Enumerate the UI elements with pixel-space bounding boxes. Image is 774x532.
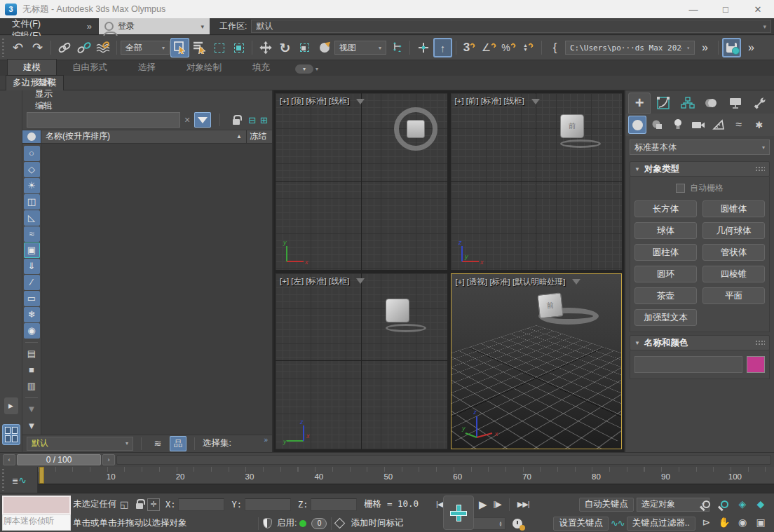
- select-and-link-icon[interactable]: [55, 38, 74, 57]
- add-key-button[interactable]: [443, 496, 474, 530]
- z-coordinate-field[interactable]: [311, 498, 357, 511]
- primitive-button[interactable]: 圆柱体: [634, 244, 697, 261]
- minimize-button[interactable]: —: [677, 0, 710, 18]
- frame-indicator[interactable]: [39, 467, 44, 484]
- close-button[interactable]: ✕: [742, 0, 774, 18]
- isolate-selection-icon[interactable]: ◱: [116, 498, 132, 512]
- primitive-button[interactable]: 管状体: [702, 244, 765, 261]
- percent-snap-icon[interactable]: %: [499, 38, 518, 57]
- selection-lock-icon[interactable]: [132, 498, 147, 512]
- blank-icon[interactable]: ■: [24, 362, 40, 378]
- mini-curve-editor-button[interactable]: ∿: [0, 467, 38, 493]
- toolbar-overflow-right-icon[interactable]: »: [742, 38, 761, 57]
- display-tab[interactable]: [724, 93, 747, 114]
- funnel-icon[interactable]: [531, 99, 540, 104]
- macro-recorder-pane[interactable]: [2, 496, 71, 514]
- detail-view-icon[interactable]: ▥: [24, 378, 40, 394]
- zoom-icon[interactable]: [697, 495, 715, 513]
- geometry-category-icon[interactable]: [628, 116, 646, 134]
- rectangular-selection-region-icon[interactable]: [210, 38, 229, 57]
- search-filter-button[interactable]: [194, 112, 211, 128]
- viewport-label[interactable]: [+] [前] [标准] [线框]: [455, 96, 540, 107]
- groups-icon[interactable]: ▣: [24, 243, 40, 258]
- explorer-preset-dropdown[interactable]: 默认 ▾: [27, 437, 133, 451]
- motion-tab[interactable]: [700, 93, 723, 114]
- explorer-menu-item[interactable]: 显示: [35, 88, 62, 100]
- visibility-icon[interactable]: ◉: [24, 323, 40, 339]
- shield-icon[interactable]: [263, 518, 272, 528]
- funnel-icon[interactable]: [356, 99, 365, 104]
- cameras-category-icon[interactable]: [689, 116, 707, 134]
- absolute-mode-icon[interactable]: ✛: [147, 498, 160, 511]
- selection-filter-dropdown[interactable]: 全部 ▾: [121, 41, 170, 55]
- modify-tab[interactable]: [652, 93, 674, 114]
- explorer-search-input[interactable]: [27, 112, 180, 128]
- systems-category-icon[interactable]: ✱: [750, 116, 768, 134]
- list-view-icon[interactable]: ▤: [24, 346, 40, 362]
- funnel-icon[interactable]: [572, 279, 580, 285]
- undo-button[interactable]: ↶: [8, 38, 27, 57]
- select-and-place-icon[interactable]: [315, 38, 334, 57]
- reference-coordinate-dropdown[interactable]: 视图 ▾: [334, 41, 386, 55]
- containers-icon[interactable]: ▭: [24, 291, 40, 306]
- filter-icon[interactable]: ▼: [24, 418, 40, 434]
- object-name-input[interactable]: [634, 356, 742, 373]
- pan-icon[interactable]: ✋: [715, 513, 733, 531]
- helpers-icon[interactable]: ◺: [24, 210, 40, 226]
- ribbon-tab[interactable]: 选择: [123, 60, 171, 76]
- lights-category-icon[interactable]: [669, 116, 687, 134]
- primitive-button[interactable]: 圆锥体: [702, 200, 765, 217]
- particles-icon[interactable]: ❄: [24, 307, 40, 322]
- bind-to-space-warp-icon[interactable]: [94, 38, 113, 57]
- bones-icon[interactable]: ∕: [24, 275, 40, 290]
- zoom-extents-icon[interactable]: ◈: [733, 495, 752, 513]
- viewport-perspective-active[interactable]: [+] [透视] [标准] [默认明暗处理] 前 zxy: [451, 273, 623, 450]
- spinner-snap-icon[interactable]: ▲▼: [519, 38, 538, 57]
- sign-in-dropdown[interactable]: 登录 ▾: [99, 18, 210, 34]
- viewcube[interactable]: 前: [538, 294, 599, 325]
- viewcube[interactable]: 前: [560, 114, 601, 148]
- viewport-layout-icon[interactable]: [2, 424, 20, 445]
- primitive-button[interactable]: 加强型文本: [634, 309, 697, 326]
- filter-settings-icon[interactable]: ▼: [24, 402, 40, 417]
- next-frame-button[interactable]: ›: [102, 454, 115, 465]
- auto-key-button[interactable]: 自动关键点: [579, 498, 634, 512]
- viewport-top[interactable]: [+] [顶] [标准] [线框] xy: [276, 93, 447, 270]
- project-folder-dropdown[interactable]: C:\Users\po···ds Max 2024 ▾: [565, 41, 695, 55]
- trackbar-keys-area[interactable]: [38, 484, 774, 493]
- clear-search-icon[interactable]: ×: [184, 114, 190, 125]
- zoom-region-icon[interactable]: ⊳: [697, 513, 715, 531]
- maximize-viewport-toggle-icon[interactable]: ▣: [752, 513, 770, 531]
- go-to-end-button[interactable]: ▶▶|: [514, 500, 533, 509]
- spinner-icon[interactable]: ▲▼: [498, 521, 502, 526]
- primitive-button[interactable]: 几何球体: [702, 222, 765, 239]
- frozen-column-header[interactable]: 冻结: [247, 130, 272, 143]
- name-column-header[interactable]: 名称(按升序排序) ▲: [41, 130, 247, 143]
- autogrid-checkbox[interactable]: [676, 184, 685, 193]
- time-slider-handle[interactable]: 0 / 100: [17, 454, 101, 465]
- select-and-manipulate-icon[interactable]: [414, 38, 433, 57]
- expand-panel-button[interactable]: ▶: [4, 397, 18, 414]
- expand-hierarchy-icon[interactable]: ⊟: [248, 115, 256, 125]
- space-warps-category-icon[interactable]: ≈: [730, 116, 748, 134]
- zoom-all-icon[interactable]: [715, 495, 733, 513]
- lock-explorer-icon[interactable]: [229, 113, 244, 127]
- use-pivot-center-icon[interactable]: [387, 38, 406, 57]
- add-time-tag[interactable]: 添加时间标记: [351, 517, 418, 529]
- maximize-button[interactable]: □: [710, 0, 742, 18]
- next-frame-button[interactable]: ||▶: [490, 500, 505, 509]
- viewport-front[interactable]: [+] [前] [标准] [线框] 前 xzy: [451, 93, 623, 270]
- funnel-icon[interactable]: [356, 278, 365, 284]
- set-key-button[interactable]: 设置关键点: [553, 517, 609, 531]
- menu-item[interactable]: 文件(F): [0, 18, 80, 30]
- primitive-button[interactable]: 平面: [702, 287, 765, 304]
- ribbon-tab[interactable]: 填充: [237, 60, 285, 76]
- layers-icon[interactable]: ≋: [149, 436, 166, 451]
- play-button[interactable]: ▶: [475, 498, 490, 511]
- select-and-scale-icon[interactable]: [295, 38, 314, 57]
- y-coordinate-field[interactable]: [245, 498, 291, 511]
- category-dropdown[interactable]: 标准基本体 ▾: [630, 139, 770, 155]
- save-file-button[interactable]: [722, 38, 741, 57]
- named-selection-sets-icon[interactable]: {: [545, 38, 564, 57]
- x-coordinate-field[interactable]: [178, 498, 224, 511]
